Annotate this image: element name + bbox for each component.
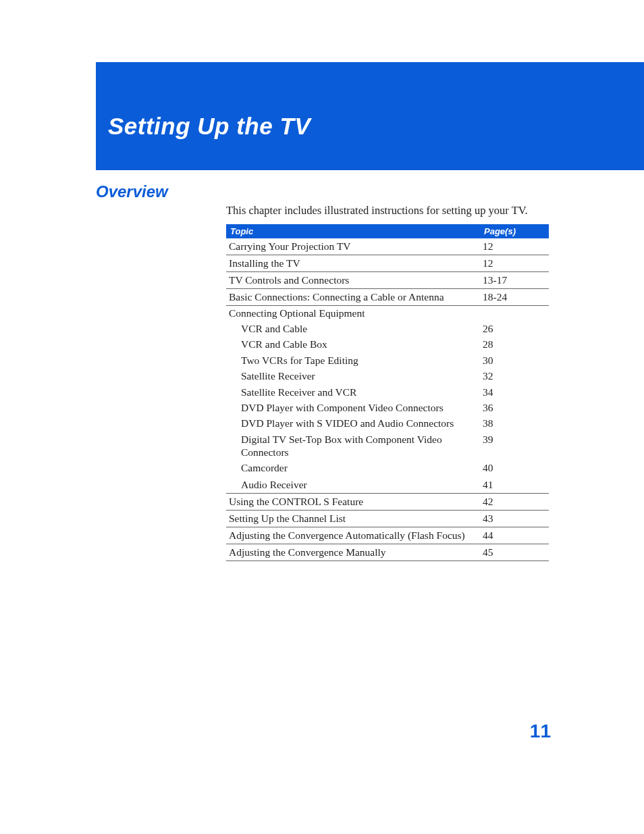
topic-cell: Camcorder — [226, 460, 480, 475]
table-row: VCR and Cable 26 — [226, 321, 549, 336]
topic-cell: Using the CONTROL S Feature — [226, 494, 480, 511]
pages-cell: 13-17 — [480, 272, 549, 289]
topic-cell: Adjusting the Convergence Automatically … — [226, 527, 480, 544]
table-row: Connecting Optional Equipment — [226, 306, 549, 321]
pages-cell: 12 — [480, 255, 549, 272]
table-row: Digital TV Set-Top Box with Component Vi… — [226, 432, 549, 461]
table-row: Basic Connections: Connecting a Cable or… — [226, 289, 549, 306]
topic-cell: Satellite Receiver and VCR — [226, 384, 480, 400]
table-row: Adjusting the Convergence Manually 45 — [226, 544, 549, 561]
table-row: Camcorder 40 — [226, 460, 549, 475]
topic-cell: VCR and Cable — [226, 321, 480, 336]
pages-cell: 36 — [480, 400, 549, 415]
table-row: Using the CONTROL S Feature 42 — [226, 494, 549, 511]
pages-cell: 32 — [480, 368, 549, 384]
table-row: Two VCRs for Tape Editing 30 — [226, 353, 549, 368]
chapter-banner: Setting Up the TV — [96, 62, 644, 170]
topic-cell: DVD Player with S VIDEO and Audio Connec… — [226, 415, 480, 431]
topic-cell: Digital TV Set-Top Box with Component Vi… — [226, 432, 480, 461]
column-header-pages: Page(s) — [480, 224, 549, 238]
pages-cell: 39 — [480, 432, 549, 461]
chapter-title: Setting Up the TV — [108, 113, 311, 140]
pages-cell: 34 — [480, 384, 549, 400]
topic-cell: Connecting Optional Equipment — [226, 306, 480, 321]
topic-cell: Carrying Your Projection TV — [226, 238, 480, 255]
topic-cell: TV Controls and Connectors — [226, 272, 480, 289]
topic-cell: Adjusting the Convergence Manually — [226, 544, 480, 561]
topic-cell: Setting Up the Channel List — [226, 511, 480, 527]
table-row: Satellite Receiver 32 — [226, 368, 549, 384]
topic-cell: Satellite Receiver — [226, 368, 480, 384]
table-row: Carrying Your Projection TV 12 — [226, 238, 549, 255]
pages-cell: 41 — [480, 476, 549, 494]
table-row: VCR and Cable Box 28 — [226, 336, 549, 352]
topic-cell: Two VCRs for Tape Editing — [226, 353, 480, 368]
table-row: TV Controls and Connectors 13-17 — [226, 272, 549, 289]
topic-cell: Basic Connections: Connecting a Cable or… — [226, 289, 480, 306]
pages-cell: 26 — [480, 321, 549, 336]
intro-paragraph: This chapter includes illustrated instru… — [226, 204, 528, 217]
contents-table: Topic Page(s) Carrying Your Projection T… — [226, 224, 549, 561]
pages-cell: 38 — [480, 415, 549, 431]
pages-cell: 44 — [480, 527, 549, 544]
topic-cell: Installing the TV — [226, 255, 480, 272]
pages-cell — [480, 306, 549, 321]
pages-cell: 40 — [480, 460, 549, 475]
table-row: DVD Player with S VIDEO and Audio Connec… — [226, 415, 549, 431]
pages-cell: 12 — [480, 238, 549, 255]
pages-cell: 42 — [480, 494, 549, 511]
pages-cell: 30 — [480, 353, 549, 368]
section-heading-overview: Overview — [96, 182, 168, 201]
table-row: Installing the TV 12 — [226, 255, 549, 272]
column-header-topic: Topic — [226, 224, 480, 238]
topic-cell: VCR and Cable Box — [226, 336, 480, 352]
table-row: Satellite Receiver and VCR 34 — [226, 384, 549, 400]
pages-cell: 18-24 — [480, 289, 549, 306]
pages-cell: 28 — [480, 336, 549, 352]
page-number: 11 — [530, 721, 551, 742]
table-row: Setting Up the Channel List 43 — [226, 511, 549, 527]
topic-cell: DVD Player with Component Video Connecto… — [226, 400, 480, 415]
table-row: DVD Player with Component Video Connecto… — [226, 400, 549, 415]
table-row: Audio Receiver 41 — [226, 476, 549, 494]
topic-cell: Audio Receiver — [226, 476, 480, 494]
pages-cell: 45 — [480, 544, 549, 561]
pages-cell: 43 — [480, 511, 549, 527]
table-row: Adjusting the Convergence Automatically … — [226, 527, 549, 544]
